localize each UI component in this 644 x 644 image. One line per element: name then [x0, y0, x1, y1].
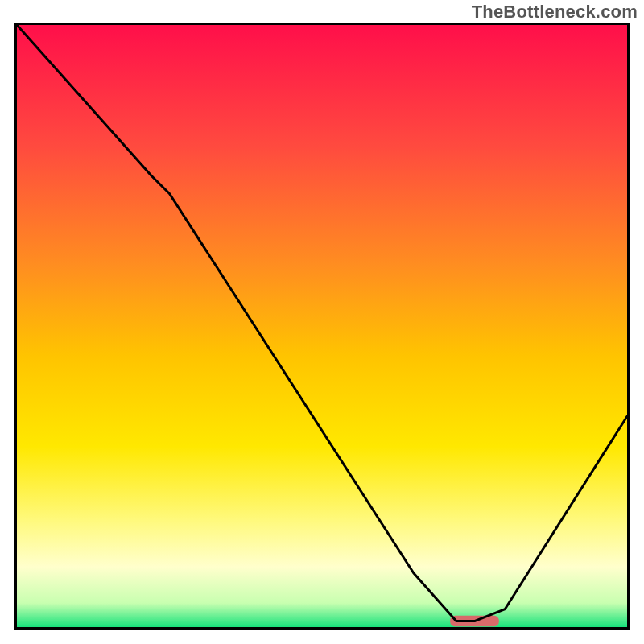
plot-area — [14, 23, 630, 630]
background-rect — [17, 25, 627, 627]
chart-svg — [17, 25, 627, 627]
watermark-label: TheBottleneck.com — [472, 2, 638, 23]
chart-frame: TheBottleneck.com — [0, 0, 644, 644]
